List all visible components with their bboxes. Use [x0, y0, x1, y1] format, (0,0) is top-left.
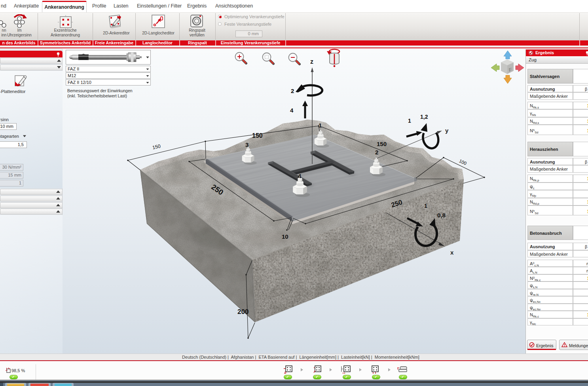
- svg-text:2: 2: [375, 149, 378, 156]
- svg-text:y: y: [445, 127, 449, 134]
- svg-text:4: 4: [298, 173, 302, 179]
- svg-text:150: 150: [377, 141, 387, 147]
- svg-text:10: 10: [282, 233, 288, 240]
- svg-text:1: 1: [319, 122, 322, 129]
- svg-text:1: 1: [408, 118, 411, 124]
- svg-text:200: 200: [237, 308, 248, 316]
- svg-text:2: 2: [291, 87, 294, 94]
- svg-text:1,2: 1,2: [420, 114, 428, 120]
- svg-text:x: x: [450, 249, 454, 256]
- svg-text:z: z: [310, 58, 313, 65]
- svg-text:4: 4: [290, 107, 294, 114]
- svg-text:3: 3: [245, 141, 248, 148]
- svg-text:1: 1: [424, 203, 427, 209]
- svg-text:150: 150: [252, 132, 263, 139]
- svg-text:F: F: [508, 67, 512, 73]
- svg-text:0,8: 0,8: [437, 212, 446, 219]
